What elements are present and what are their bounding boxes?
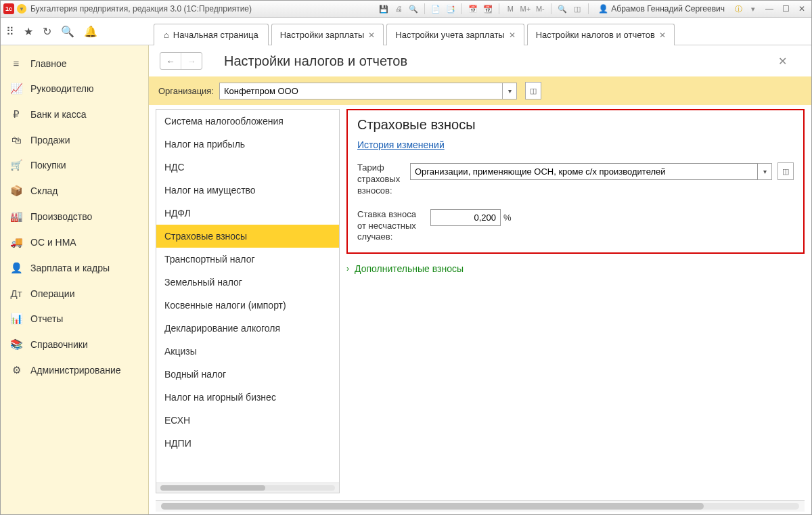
organization-bar: Организация: ▾ ◫ xyxy=(149,76,811,105)
mem-m[interactable]: M xyxy=(505,3,516,14)
rate-input[interactable] xyxy=(430,209,501,226)
calendar-icon[interactable]: 📅 xyxy=(468,3,478,14)
sidebar-item-4[interactable]: 🛒Покупки xyxy=(1,152,148,178)
category-item[interactable]: Налог на прибыль xyxy=(156,133,339,156)
tab-salary-settings[interactable]: Настройки зарплаты ✕ xyxy=(271,24,384,45)
category-item[interactable]: Косвенные налоги (импорт) xyxy=(156,294,339,317)
org-dropdown-button[interactable]: ▾ xyxy=(503,83,517,99)
user-name: Абрамов Геннадий Сергеевич xyxy=(611,4,725,14)
preview-icon[interactable]: 🔍 xyxy=(408,3,419,14)
save-icon[interactable]: 💾 xyxy=(378,3,389,14)
sidebar-icon: ⚙ xyxy=(10,364,22,376)
sidebar-item-12[interactable]: ⚙Администрирование xyxy=(1,357,148,383)
org-input[interactable] xyxy=(219,83,503,99)
apps-icon[interactable]: ⠿ xyxy=(6,25,14,38)
sidebar-icon: 🛒 xyxy=(10,159,22,171)
category-scrollbar[interactable] xyxy=(156,483,339,493)
category-item[interactable]: Налог на имущество xyxy=(156,179,339,202)
category-item[interactable]: НДС xyxy=(156,156,339,179)
window-close[interactable]: ✕ xyxy=(795,3,809,14)
sidebar-item-5[interactable]: 📦Склад xyxy=(1,178,148,204)
titlebar: 1c ▼ Бухгалтерия предприятия, редакция 3… xyxy=(1,1,811,18)
info-icon[interactable]: ⓘ xyxy=(733,3,744,14)
category-item[interactable]: Налог на игорный бизнес xyxy=(156,386,339,409)
sidebar-icon: 📚 xyxy=(10,338,22,351)
bell-icon[interactable]: 🔔 xyxy=(84,25,97,38)
additional-contributions-toggle[interactable]: › Дополнительные взносы xyxy=(346,263,805,274)
date-icon[interactable]: 📆 xyxy=(482,3,493,14)
sidebar-item-label: Зарплата и кадры xyxy=(30,263,110,273)
category-item[interactable]: Земельный налог xyxy=(156,271,339,294)
zoom-icon[interactable]: 🔍 xyxy=(557,3,568,14)
favorite-icon[interactable]: ★ xyxy=(24,25,33,38)
mem-mplus[interactable]: M+ xyxy=(520,3,531,14)
content-scrollbar[interactable] xyxy=(156,500,805,512)
app-menu-dropdown[interactable]: ▼ xyxy=(17,4,26,14)
window-maximize[interactable]: ☐ xyxy=(779,3,792,14)
rate-label: Ставка взноса от несчастных случаев: xyxy=(357,209,421,244)
tab-home-label: Начальная страница xyxy=(173,30,258,40)
info-dropdown[interactable]: ▾ xyxy=(748,3,759,14)
sidebar-icon: 🚚 xyxy=(10,236,22,248)
user-indicator[interactable]: 👤 Абрамов Геннадий Сергеевич xyxy=(598,4,725,14)
sidebar-item-label: Производство xyxy=(30,211,92,222)
detail-pane: Страховые взносы История изменений Тариф… xyxy=(346,109,805,493)
sidebar-item-7[interactable]: 🚚ОС и НМА xyxy=(1,229,148,255)
category-item[interactable]: Водный налог xyxy=(156,363,339,386)
category-item[interactable]: НДФЛ xyxy=(156,202,339,225)
sidebar-item-6[interactable]: 🏭Производство xyxy=(1,204,148,229)
app-title: Бухгалтерия предприятия, редакция 3.0 (1… xyxy=(30,4,252,14)
sidebar-item-10[interactable]: 📊Отчеты xyxy=(1,306,148,332)
history-icon[interactable]: ↻ xyxy=(43,25,51,38)
sidebar-item-label: Руководителю xyxy=(30,83,93,94)
print-icon[interactable]: 🖨 xyxy=(393,3,404,14)
category-item[interactable]: Страховые взносы xyxy=(156,225,339,248)
tab-salary-accounting[interactable]: Настройки учета зарплаты ✕ xyxy=(386,24,524,45)
org-open-button[interactable]: ◫ xyxy=(525,82,541,99)
rate-unit: % xyxy=(503,212,512,223)
tariff-label: Тариф страховых взносов: xyxy=(357,162,401,197)
close-icon[interactable]: ✕ xyxy=(509,30,516,40)
search-icon[interactable]: 🔍 xyxy=(61,25,74,38)
sidebar-item-label: Продажи xyxy=(30,135,70,145)
tariff-dropdown-button[interactable]: ▾ xyxy=(758,163,772,180)
sidebar-item-0[interactable]: ≡Главное xyxy=(1,51,148,76)
tab-tax-settings[interactable]: Настройки налогов и отчетов ✕ xyxy=(527,24,675,45)
category-item[interactable]: Транспортный налог xyxy=(156,248,339,271)
nav-back-button[interactable]: ← xyxy=(160,53,181,69)
category-item[interactable]: ЕСХН xyxy=(156,409,339,432)
close-icon[interactable]: ✕ xyxy=(659,30,666,40)
tab-home[interactable]: ⌂ Начальная страница xyxy=(154,24,269,45)
tariff-input[interactable] xyxy=(410,163,758,180)
chevron-right-icon: › xyxy=(346,264,349,273)
category-item[interactable]: Система налогообложения xyxy=(156,110,339,133)
org-label: Организация: xyxy=(158,86,214,96)
page-close-button[interactable]: ✕ xyxy=(778,55,787,68)
window-minimize[interactable]: — xyxy=(763,3,776,14)
sidebar-item-8[interactable]: 👤Зарплата и кадры xyxy=(1,255,148,281)
app-logo-icon: 1c xyxy=(3,3,14,14)
sidebar-item-3[interactable]: 🛍Продажи xyxy=(1,127,148,152)
tab-label: Настройки налогов и отчетов xyxy=(536,30,655,40)
sidebar-item-2[interactable]: ₽Банк и касса xyxy=(1,102,148,127)
tariff-open-button[interactable]: ◫ xyxy=(777,162,794,180)
sidebar-item-label: Справочники xyxy=(30,339,88,350)
docs-icon[interactable]: 📑 xyxy=(445,3,456,14)
user-icon: 👤 xyxy=(598,4,608,14)
windows-icon[interactable]: ◫ xyxy=(572,3,583,14)
nav-forward-button[interactable]: → xyxy=(181,53,202,69)
doc-icon[interactable]: 📄 xyxy=(430,3,441,14)
category-item[interactable]: НДПИ xyxy=(156,432,339,455)
mem-mminus[interactable]: M- xyxy=(535,3,545,14)
sidebar-item-1[interactable]: 📈Руководителю xyxy=(1,76,148,102)
history-link[interactable]: История изменений xyxy=(357,139,445,150)
sidebar-item-9[interactable]: ДтОперации xyxy=(1,281,148,306)
sidebar-item-11[interactable]: 📚Справочники xyxy=(1,332,148,357)
category-item[interactable]: Декларирование алкоголя xyxy=(156,317,339,340)
sidebar-item-label: ОС и НМА xyxy=(30,237,76,248)
sidebar-item-label: Главное xyxy=(30,58,67,69)
category-item[interactable]: Акцизы xyxy=(156,340,339,363)
sidebar-icon: ₽ xyxy=(10,108,22,120)
home-icon: ⌂ xyxy=(164,30,169,40)
close-icon[interactable]: ✕ xyxy=(368,30,375,40)
